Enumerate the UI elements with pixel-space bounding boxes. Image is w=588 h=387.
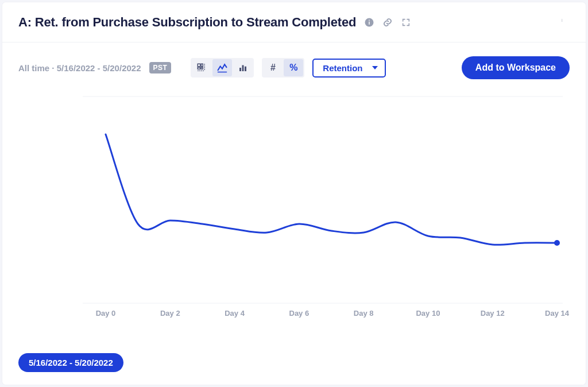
chevron-down-icon (372, 66, 378, 69)
x-tick-label: Day 4 (225, 309, 245, 318)
x-tick-label: Day 6 (289, 309, 309, 318)
x-tick-label: Day 8 (354, 309, 374, 318)
metric-dropdown[interactable]: Retention (312, 59, 385, 78)
svg-point-4 (562, 20, 562, 21)
toolbar: All time · 5/16/2022 - 5/20/2022 PST # %… (2, 42, 586, 85)
chart-area: 0%15%30%45%60% Day 0Day 2Day 4Day 6Day 8… (2, 85, 586, 320)
x-axis-ticks: Day 0Day 2Day 4Day 6Day 8Day 10Day 12Day… (83, 309, 563, 320)
date-range-label[interactable]: All time · 5/16/2022 - 5/20/2022 (18, 63, 141, 73)
line-chart-icon[interactable] (212, 59, 232, 76)
x-tick-label: Day 14 (545, 309, 569, 318)
x-tick-label: Day 0 (96, 309, 116, 318)
more-menu-button[interactable] (557, 13, 570, 32)
x-tick-label: Day 2 (160, 309, 180, 318)
expand-icon[interactable] (401, 17, 411, 28)
range-sep: · (49, 63, 57, 73)
range-dates: 5/16/2022 - 5/20/2022 (57, 63, 141, 73)
svg-rect-7 (202, 64, 203, 67)
chart-type-group (191, 58, 254, 78)
svg-rect-2 (369, 20, 370, 21)
x-tick-label: Day 10 (416, 309, 440, 318)
svg-rect-10 (239, 68, 241, 71)
info-icon[interactable] (364, 17, 374, 28)
svg-rect-12 (245, 67, 246, 71)
bar-chart-icon[interactable] (233, 59, 253, 76)
header-icon-row (364, 17, 411, 28)
timezone-badge[interactable]: PST (149, 62, 172, 73)
svg-rect-8 (198, 67, 201, 69)
range-prefix: All time (18, 63, 49, 73)
count-format-icon[interactable]: # (263, 59, 283, 76)
metric-dropdown-label: Retention (323, 63, 362, 73)
link-icon[interactable] (382, 17, 393, 28)
svg-point-15 (554, 240, 560, 246)
svg-rect-9 (202, 67, 203, 69)
svg-rect-11 (242, 65, 244, 72)
legend-series-pill[interactable]: 5/16/2022 - 5/20/2022 (18, 353, 123, 372)
retention-line-chart: 0%15%30%45%60% Day 0Day 2Day 4Day 6Day 8… (18, 96, 570, 320)
x-tick-label: Day 12 (481, 309, 505, 318)
value-format-group: # % (262, 58, 304, 78)
svg-rect-6 (198, 64, 201, 67)
add-to-workspace-button[interactable]: Add to Workspace (462, 56, 570, 79)
report-title: A: Ret. from Purchase Subscription to St… (18, 15, 356, 30)
card-header: A: Ret. from Purchase Subscription to St… (2, 2, 586, 42)
heatmap-chart-icon[interactable] (192, 59, 211, 76)
plot-region (83, 96, 563, 303)
report-card: A: Ret. from Purchase Subscription to St… (2, 2, 586, 385)
svg-point-3 (562, 19, 562, 20)
svg-rect-1 (369, 21, 370, 24)
percent-format-icon[interactable]: % (284, 59, 303, 76)
y-axis-ticks: 0%15%30%45%60% (18, 96, 76, 303)
svg-point-5 (562, 21, 562, 22)
